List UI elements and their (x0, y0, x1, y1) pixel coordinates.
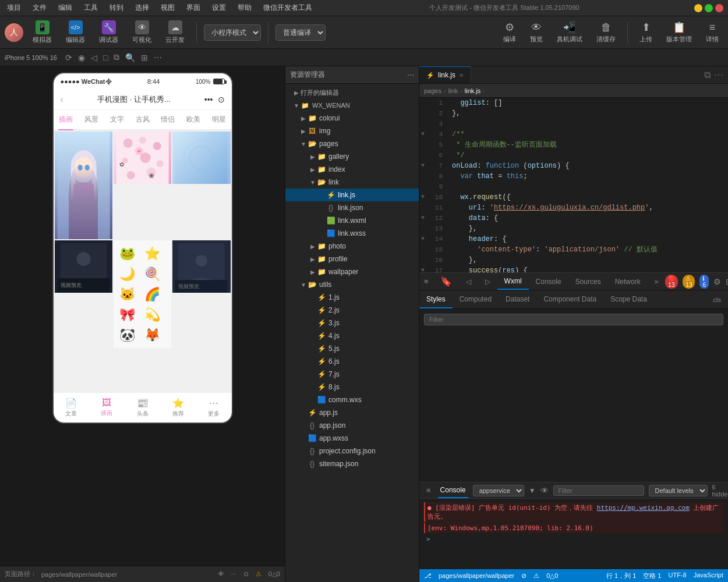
tree-item-app-wxss[interactable]: 🟦 app.wxss (285, 432, 419, 445)
phone-nav-text[interactable]: 文字 (104, 110, 130, 129)
phone-nav-western[interactable]: 欧美 (181, 110, 206, 129)
inspector-tab-scope-data[interactable]: Scope Data (603, 290, 654, 308)
menu-item-help[interactable]: 帮助 (235, 2, 254, 14)
tree-item-index[interactable]: ▶ 📁 index (285, 163, 419, 176)
menu-item-interface[interactable]: 界面 (184, 2, 203, 14)
phone-nav-ancient[interactable]: 古风 (130, 110, 156, 129)
preview-button[interactable]: 👁 预览 (525, 19, 547, 46)
clear-cache-button[interactable]: 🗑 清缓存 (592, 19, 620, 46)
phone-bottom-illustration[interactable]: 🖼 插画 (89, 395, 125, 420)
split-editor-icon[interactable]: ⧉ (704, 70, 711, 80)
tree-item-sitemap[interactable]: {} sitemap.json (285, 457, 419, 470)
photo-cell-4[interactable]: 视频预览 (55, 240, 112, 293)
tree-item-link-wxml[interactable]: 🟩 link.wxml (285, 214, 419, 227)
tree-item-2js[interactable]: ⚡ 2.js (285, 304, 419, 317)
console-repl-input[interactable] (434, 535, 670, 543)
photo-cell-3[interactable] (172, 132, 230, 184)
wx-wenan-section[interactable]: ▼ 📁 WX_WENAN (285, 99, 419, 112)
devtools-tab-sources[interactable]: Sources (568, 273, 608, 290)
tree-item-app-js[interactable]: ⚡ app.js (285, 406, 419, 419)
open-editors-section[interactable]: ▶ 打开的编辑器 (285, 86, 419, 99)
tree-item-gallery[interactable]: ▶ 📁 gallery (285, 150, 419, 163)
new-file-icon[interactable]: ⋯ (407, 71, 414, 79)
devtools-collapse-icon[interactable]: ≡ (419, 273, 433, 290)
phone-nav-illustration[interactable]: 插画 (54, 110, 79, 129)
console-service-select[interactable]: appservice (473, 485, 524, 496)
tree-item-7js[interactable]: ⚡ 7.js (285, 368, 419, 381)
inspector-tab-dataset[interactable]: Dataset (499, 290, 536, 308)
styles-filter-input[interactable] (424, 314, 723, 325)
phone-bottom-more[interactable]: ⋯ 更多 (196, 395, 231, 420)
tree-item-5js[interactable]: ⚡ 5.js (285, 342, 419, 355)
menu-item-settings[interactable]: 设置 (210, 2, 228, 14)
tree-item-profile[interactable]: ▶ 📁 profile (285, 253, 419, 265)
phone-circle-icon[interactable]: ⊙ (218, 95, 225, 104)
tree-item-3js[interactable]: ⚡ 3.js (285, 317, 419, 329)
code-editor-scroll[interactable]: 1 gglist: [] 2 }, 3 ▼ 4 /** (419, 98, 728, 272)
tree-item-link-js[interactable]: ⚡ link.js (285, 189, 419, 201)
more-editor-icon[interactable]: ⋯ (714, 69, 723, 80)
devtools-tab-console[interactable]: Console (529, 273, 568, 290)
eye-icon[interactable]: 👁 (218, 570, 224, 578)
device-debug-button[interactable]: 📲 真机调试 (552, 19, 587, 46)
menu-item-project[interactable]: 项目 (5, 2, 23, 14)
photo-cell-2[interactable]: 🌸 ✿ ❀ (114, 132, 171, 184)
copy-icon[interactable]: ⧉ (112, 51, 121, 63)
inspector-tab-component-data[interactable]: Component Data (536, 290, 603, 308)
tree-item-link[interactable]: ▼ 📂 link (285, 176, 419, 189)
console-eye-icon[interactable]: 👁 (540, 486, 549, 495)
breadcrumb-file[interactable]: link.js (465, 87, 481, 94)
menu-item-select[interactable]: 选择 (133, 2, 151, 14)
compile-select[interactable]: 普通编译 (275, 24, 326, 41)
devtools-tab-bookmark[interactable]: 🔖 (433, 273, 459, 290)
rotate-icon[interactable]: ⟳ (64, 52, 73, 63)
menu-item-view[interactable]: 视图 (158, 2, 177, 14)
menu-item-edit[interactable]: 编辑 (56, 2, 75, 14)
devtools-layout-icon[interactable]: ⊞ (726, 277, 728, 286)
phone-nav-couple[interactable]: 情侣 (155, 110, 181, 129)
cls-button[interactable]: .cls (712, 296, 722, 303)
photo-cell-1[interactable] (55, 132, 112, 239)
console-level-select[interactable]: Default levels (649, 485, 708, 496)
back-icon[interactable]: ◁ (90, 52, 98, 63)
compile-button[interactable]: ⚙ 编译 (499, 19, 521, 46)
grid-icon[interactable]: ⊞ (140, 52, 149, 63)
tree-item-img[interactable]: ▶ 🖼 img (285, 125, 419, 137)
code-editor[interactable]: 1 gglist: [] 2 }, 3 ▼ 4 /** (419, 98, 728, 272)
tree-item-8js[interactable]: ⚡ 8.js (285, 381, 419, 393)
menu-item-wechat-tools[interactable]: 微信开发者工具 (261, 2, 314, 14)
home-icon[interactable]: □ (102, 52, 109, 63)
tree-item-link-wxss[interactable]: 🟦 link.wxss (285, 227, 419, 240)
version-button[interactable]: 📋 版本管理 (662, 19, 697, 46)
phone-nav-scenery[interactable]: 风景 (79, 110, 104, 129)
tree-item-project-config[interactable]: {} project.config.json (285, 445, 419, 457)
devtools-tab-more[interactable]: » (648, 273, 666, 290)
tree-item-1js[interactable]: ⚡ 1.js (285, 291, 419, 304)
tree-item-4js[interactable]: ⚡ 4.js (285, 329, 419, 342)
simulator-button[interactable]: 📱 模拟器 (28, 18, 56, 47)
photo-cell-sticker[interactable]: 🐸 ⭐ 🌙 🍭 🐱 🌈 🎀 💫 🐼 🦊 (114, 240, 171, 348)
breadcrumb-link[interactable]: link (448, 87, 458, 94)
menu-item-tools[interactable]: 工具 (82, 2, 100, 14)
more-icon[interactable]: ⋯ (153, 52, 163, 63)
console-dropdown-icon[interactable]: ▼ (529, 487, 536, 495)
tab-link-js[interactable]: ⚡ link.js ✕ (419, 66, 471, 83)
breadcrumb-pages[interactable]: pages (424, 87, 441, 94)
mode-select[interactable]: 小程序模式 (204, 24, 261, 41)
tree-item-6js[interactable]: ⚡ 6.js (285, 355, 419, 368)
devtools-tab-network[interactable]: Network (608, 273, 648, 290)
phone-bottom-recommend[interactable]: ⭐ 推荐 (160, 395, 196, 420)
inspector-tab-styles[interactable]: Styles (419, 290, 453, 308)
tree-item-pages[interactable]: ▼ 📂 pages (285, 137, 419, 150)
phone-bottom-headline[interactable]: 📰 头条 (125, 395, 160, 420)
tab-close-icon[interactable]: ✕ (459, 72, 464, 79)
wifi-icon[interactable]: ◉ (77, 52, 86, 63)
console-menu-icon[interactable]: ≡ (426, 486, 431, 495)
devtools-tab-forward[interactable]: ▷ (478, 273, 497, 290)
debugger-button[interactable]: 🔧 调试器 (94, 18, 123, 47)
upload-button[interactable]: ⬆ 上传 (635, 19, 657, 46)
tree-item-photo[interactable]: ▶ 📁 photo (285, 240, 419, 253)
cloud-button[interactable]: ☁ 云开发 (161, 18, 189, 47)
tree-item-comm-wxs[interactable]: 🟦 comm.wxs (285, 393, 419, 406)
devtools-tab-wxml[interactable]: Wxml (497, 273, 529, 290)
